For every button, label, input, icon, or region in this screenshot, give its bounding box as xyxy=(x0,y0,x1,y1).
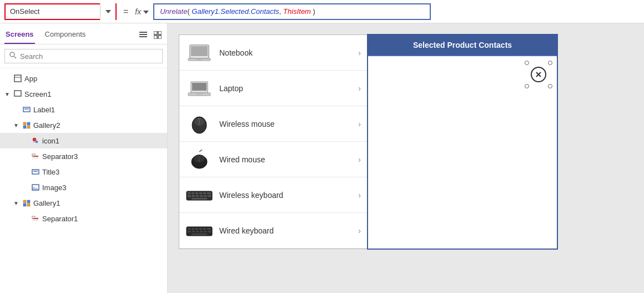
svg-point-45 xyxy=(198,118,201,120)
app-icon xyxy=(13,74,22,83)
svg-rect-2 xyxy=(139,36,147,37)
svg-rect-76 xyxy=(192,234,207,235)
tree-item-app[interactable]: App xyxy=(0,71,167,86)
svg-rect-50 xyxy=(188,192,190,194)
svg-rect-9 xyxy=(14,75,21,82)
tree-area: App ▼ Screen1 Label1 ▼ xyxy=(0,68,167,293)
search-row xyxy=(0,44,167,68)
tree-label-app: App xyxy=(24,75,37,83)
tree-label-gallery2: Gallery2 xyxy=(33,121,60,130)
chevron-wireless-mouse: › xyxy=(358,120,361,128)
screen-icon xyxy=(13,90,22,98)
product-item-wireless-mouse[interactable]: Wireless mouse › xyxy=(179,106,368,142)
formula-text: Unrelate( Gallery1.Selected.Contacts, Th… xyxy=(160,7,315,16)
svg-rect-75 xyxy=(208,231,211,232)
tree-label-image3: Image3 xyxy=(42,183,66,192)
corner-handle-bl xyxy=(525,84,529,88)
contacts-body xyxy=(368,56,557,245)
fx-dropdown[interactable] xyxy=(143,7,149,16)
search-input-wrap[interactable] xyxy=(4,49,163,63)
svg-rect-41 xyxy=(196,93,203,95)
product-name-wireless-mouse: Wireless mouse xyxy=(219,120,351,128)
tree-item-separator3[interactable]: Separator3 xyxy=(0,148,167,164)
main-layout: Screens Components xyxy=(0,23,644,293)
tree-item-separator1[interactable]: Separator1 xyxy=(0,211,167,226)
tree-item-gallery2[interactable]: ▼ Gallery2 xyxy=(0,117,167,133)
product-name-notebook: Notebook xyxy=(219,48,351,57)
product-gallery: Notebook › Laptop › xyxy=(179,35,368,249)
tree-item-gallery1[interactable]: ▼ Gallery1 xyxy=(0,195,167,211)
svg-rect-60 xyxy=(204,195,207,197)
equals-sign: = xyxy=(121,7,130,17)
tree-item-label1[interactable]: Label1 xyxy=(0,102,167,117)
svg-rect-37 xyxy=(197,59,202,60)
tab-components[interactable]: Components xyxy=(44,28,87,44)
svg-rect-52 xyxy=(195,192,198,194)
product-name-wired-mouse: Wired mouse xyxy=(219,155,351,164)
separator-icon xyxy=(31,152,40,161)
svg-rect-29 xyxy=(23,203,26,206)
svg-rect-54 xyxy=(203,192,206,194)
svg-rect-3 xyxy=(154,31,157,34)
svg-rect-51 xyxy=(192,192,194,194)
svg-rect-73 xyxy=(200,231,203,232)
product-name-wireless-keyboard: Wireless keyboard xyxy=(219,191,351,200)
notebook-image xyxy=(186,43,213,63)
tree-label-separator3: Separator3 xyxy=(42,152,78,161)
expand-arrow-gallery1: ▼ xyxy=(13,200,20,206)
tree-item-icon1[interactable]: icon1 xyxy=(0,133,167,148)
x-icon[interactable] xyxy=(531,67,546,82)
svg-rect-12 xyxy=(23,107,30,112)
tree-item-title3[interactable]: Title3 xyxy=(0,164,167,180)
onselect-dropdown[interactable] xyxy=(100,3,115,20)
svg-rect-39 xyxy=(192,83,207,91)
svg-rect-61 xyxy=(208,195,211,197)
unrelate-icon-container[interactable] xyxy=(525,61,552,88)
chevron-wired-keyboard: › xyxy=(358,226,361,235)
left-panel: Screens Components xyxy=(0,23,168,293)
product-item-notebook[interactable]: Notebook › xyxy=(179,35,368,71)
formula-bar[interactable]: Unrelate( Gallery1.Selected.Contacts, Th… xyxy=(153,3,431,20)
search-icon xyxy=(9,52,17,61)
list-view-icon[interactable] xyxy=(138,30,148,42)
product-name-laptop: Laptop xyxy=(219,84,351,93)
grid-view-icon[interactable] xyxy=(153,30,163,42)
svg-rect-24 xyxy=(32,170,39,174)
svg-rect-0 xyxy=(139,32,147,33)
expand-arrow-gallery2: ▼ xyxy=(13,122,20,128)
svg-rect-6 xyxy=(158,36,162,39)
svg-rect-64 xyxy=(188,228,190,230)
svg-rect-4 xyxy=(158,31,162,34)
svg-rect-53 xyxy=(199,192,202,194)
tree-item-screen1[interactable]: ▼ Screen1 xyxy=(0,86,167,102)
tree-label-screen1: Screen1 xyxy=(24,90,51,98)
tree-label-gallery1: Gallery1 xyxy=(33,199,60,207)
svg-rect-57 xyxy=(192,195,195,197)
product-item-wireless-keyboard[interactable]: Wireless keyboard › xyxy=(179,177,368,213)
svg-rect-74 xyxy=(204,231,207,232)
search-input[interactable] xyxy=(20,52,158,61)
onselect-input[interactable] xyxy=(6,7,100,16)
product-item-wired-keyboard[interactable]: Wired keyboard › xyxy=(179,213,368,249)
separator1-icon xyxy=(31,214,40,223)
product-item-wired-mouse[interactable]: Wired mouse › xyxy=(179,142,368,177)
laptop-image xyxy=(186,78,213,98)
wired-keyboard-image xyxy=(186,221,213,241)
tree-item-image3[interactable]: Image3 xyxy=(0,180,167,195)
svg-rect-55 xyxy=(207,192,211,194)
svg-rect-35 xyxy=(191,46,208,56)
svg-rect-28 xyxy=(27,200,30,203)
fx-box: fx xyxy=(135,7,149,16)
svg-rect-1 xyxy=(139,34,147,35)
wireless-mouse-image xyxy=(186,114,213,134)
svg-rect-30 xyxy=(27,203,30,206)
onselect-box[interactable] xyxy=(4,3,117,20)
wireless-keyboard-image xyxy=(186,185,213,205)
tab-screens[interactable]: Screens xyxy=(4,28,35,44)
chevron-wired-mouse: › xyxy=(358,155,361,164)
svg-rect-27 xyxy=(23,200,26,203)
svg-rect-59 xyxy=(200,195,203,197)
icon1-icon xyxy=(31,136,40,145)
product-item-laptop[interactable]: Laptop › xyxy=(179,71,368,106)
svg-rect-65 xyxy=(192,228,194,230)
